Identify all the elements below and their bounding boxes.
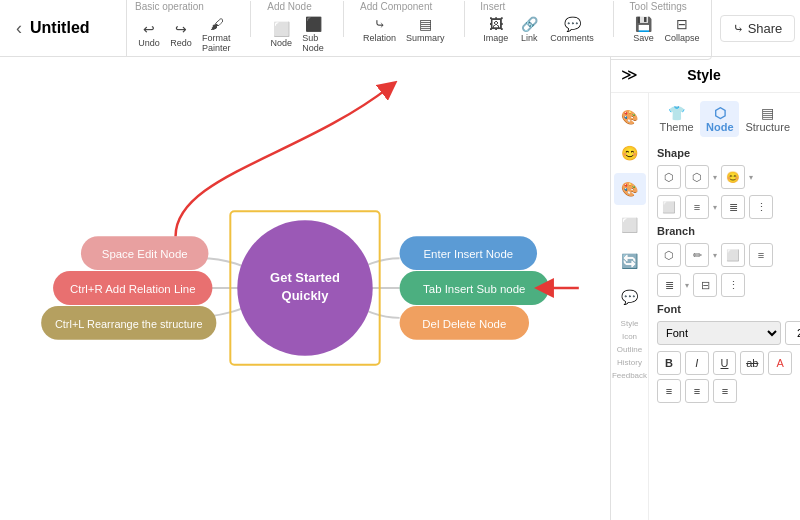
svg-text:Get Started: Get Started [270,270,340,285]
font-row: Font Arial Times New Roman ▲ ▼ [657,321,792,345]
style-side-icon[interactable]: 🎨 [614,173,646,205]
svg-text:Ctrl+L Rearrange the structure: Ctrl+L Rearrange the structure [55,318,203,330]
toolbar-items-add-component: ⤷ Relation ▤ Summary [360,14,448,45]
branch-pencil-btn[interactable]: ✏ [685,243,709,267]
history-side-icon[interactable]: 🔄 [614,245,646,277]
divider-2 [343,1,344,37]
node-button[interactable]: ⬜ Node [267,19,295,50]
branch-btn-1[interactable]: ⬡ [657,243,681,267]
shape-dot-3: ▾ [713,203,717,212]
history-label: History [617,358,642,367]
align-left-button[interactable]: ≡ [657,379,681,403]
shape-row-1: ⬡ ⬡ ▾ 😊 ▾ [657,165,792,189]
side-icons-bar: 🎨 😊 🎨 ⬜ 🔄 💬 Style Icon Outline History F… [611,93,649,520]
branch-row-1: ⬡ ✏ ▾ ⬜ ≡ [657,243,792,267]
comments-button[interactable]: 💬 Comments [547,14,597,45]
panel-header: ≫ Style [611,57,800,93]
shape-lines-btn-2[interactable]: ≣ [721,195,745,219]
align-right-button[interactable]: ≡ [713,379,737,403]
image-button[interactable]: 🖼 Image [480,14,511,45]
divider-3 [464,1,465,37]
toolbar-items-tool-settings: 💾 Save ⊟ Collapse [630,14,703,45]
format-painter-label: Format Painter [202,33,231,53]
svg-text:Del Delete Node: Del Delete Node [422,318,506,330]
align-center-button[interactable]: ≡ [685,379,709,403]
italic-button[interactable]: I [685,351,709,375]
format-painter-button[interactable]: 🖌 Format Painter [199,14,234,55]
undo-button[interactable]: ↩ Undo [135,19,163,50]
tab-node[interactable]: ⬡ Node [700,101,739,137]
strikethrough-button[interactable]: ab [740,351,764,375]
share-button[interactable]: ⤷ Share [720,15,796,42]
right-panel: ≫ Style 🎨 😊 🎨 ⬜ 🔄 💬 Style Icon Outline H… [610,57,800,520]
sub-node-label: Sub Node [302,33,324,53]
collapse-button[interactable]: ⊟ Collapse [662,14,703,45]
collapse-label: Collapse [665,33,700,43]
outline-side-icon[interactable]: ⬜ [614,209,646,241]
shape-lines-btn-3[interactable]: ⋮ [749,195,773,219]
save-button[interactable]: 💾 Save [630,14,658,45]
svg-text:Space Edit Node: Space Edit Node [102,248,188,260]
node-tab-label: Node [702,121,737,133]
link-button[interactable]: 🔗 Link [515,14,543,45]
shape-row-2: ⬜ ≡ ▾ ≣ ⋮ [657,195,792,219]
branch-lines2-btn[interactable]: ≣ [657,273,681,297]
toolbar-items-insert: 🖼 Image 🔗 Link 💬 Comments [480,14,597,45]
shape-lines-btn-1[interactable]: ≡ [685,195,709,219]
branch-dot-2: ▾ [685,281,689,290]
shape-dot-2: ▾ [749,173,753,182]
node-label: Node [270,38,292,48]
svg-text:Ctrl+R Add Relation Line: Ctrl+R Add Relation Line [70,283,196,295]
image-label: Image [483,33,508,43]
svg-text:Quickly: Quickly [282,288,330,303]
branch-rect-btn[interactable]: ⬜ [721,243,745,267]
theme-icon: 👕 [659,105,694,121]
toolbar-group-add-node: Add Node ⬜ Node ⬛ Sub Node [267,1,327,55]
bold-button[interactable]: B [657,351,681,375]
share-icon: ⤷ [733,21,744,36]
node-tab-icon: ⬡ [702,105,737,121]
toolbar-group-label-insert: Insert [480,1,505,12]
node-icon: ⬜ [273,21,290,37]
link-label: Link [521,33,538,43]
underline-button[interactable]: U [713,351,737,375]
redo-button[interactable]: ↪ Redo [167,19,195,50]
share-label: Share [748,21,783,36]
save-label: Save [633,33,654,43]
icon-label: Icon [622,332,637,341]
canvas[interactable]: Get Started Quickly Space Edit Node Ctrl… [0,57,610,520]
mindmap-svg: Get Started Quickly Space Edit Node Ctrl… [0,57,610,520]
theme-side-icon[interactable]: 🎨 [614,101,646,133]
page-title: Untitled [30,19,110,37]
shape-btn-3[interactable]: 😊 [721,165,745,189]
summary-button[interactable]: ▤ Summary [403,14,448,45]
back-button[interactable]: ‹ [8,14,30,43]
divider-1 [250,1,251,37]
shape-rect-btn[interactable]: ⬜ [657,195,681,219]
font-select[interactable]: Font Arial Times New Roman [657,321,781,345]
tab-structure[interactable]: ▤ Structure [743,101,792,137]
redo-label: Redo [170,38,192,48]
style-tabs: 👕 Theme ⬡ Node ▤ Structure [657,101,792,137]
undo-label: Undo [138,38,160,48]
svg-text:Enter Insert Node: Enter Insert Node [423,248,513,260]
shape-btn-1[interactable]: ⬡ [657,165,681,189]
relation-button[interactable]: ⤷ Relation [360,14,399,45]
branch-lines-btn[interactable]: ≡ [749,243,773,267]
icon-side-icon[interactable]: 😊 [614,137,646,169]
toolbar-group-tool-settings: Tool Settings 💾 Save ⊟ Collapse [630,1,703,45]
svg-text:Tab Insert Sub node: Tab Insert Sub node [423,283,525,295]
font-size-input[interactable] [785,321,800,345]
sub-node-button[interactable]: ⬛ Sub Node [299,14,327,55]
shape-btn-2[interactable]: ⬡ [685,165,709,189]
panel-collapse-icon[interactable]: ≫ [621,65,638,84]
font-color-button[interactable]: A [768,351,792,375]
summary-icon: ▤ [419,16,432,32]
branch-lines3-btn[interactable]: ⊟ [693,273,717,297]
collapse-icon: ⊟ [676,16,688,32]
header-right: ⤷ Share ⬆ Export [720,15,800,42]
branch-lines4-btn[interactable]: ⋮ [721,273,745,297]
toolbar-items-add-node: ⬜ Node ⬛ Sub Node [267,14,327,55]
tab-theme[interactable]: 👕 Theme [657,101,696,137]
feedback-side-icon[interactable]: 💬 [614,281,646,313]
